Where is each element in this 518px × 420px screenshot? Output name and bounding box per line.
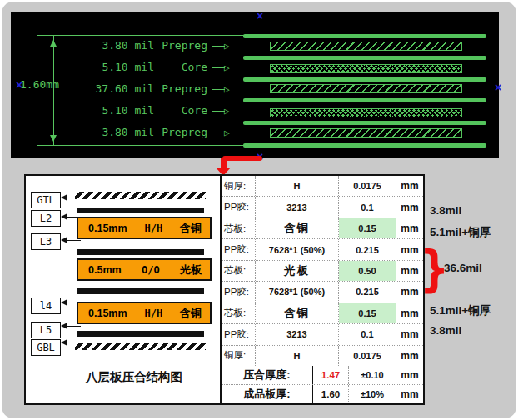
thickness-annotation: 3.8mil bbox=[430, 324, 461, 337]
up-arrow-icon bbox=[50, 37, 57, 47]
pcb-stackup-screenshot: 1.60mm 3.80 mil Prepreg ▷ 5.10 mil Core … bbox=[0, 0, 518, 420]
row-label: PP胶: bbox=[222, 197, 256, 217]
core-kind: 含铜 bbox=[180, 221, 202, 236]
right-arrow-icon: ▷ bbox=[224, 85, 230, 94]
row-material: 含铜 bbox=[256, 218, 339, 238]
table-row: PP胶: 3213 0.1 mm bbox=[222, 197, 423, 218]
table-row: 芯板: 光板 0.50 mm bbox=[222, 261, 423, 282]
summary-tolerance: ±0.10 bbox=[349, 366, 396, 384]
x-marker-icon: × bbox=[495, 81, 501, 94]
copper-layer-bar bbox=[243, 34, 486, 38]
layer-material: Prepreg bbox=[154, 126, 207, 139]
core-kind: 含铜 bbox=[180, 306, 202, 321]
row-unit: mm bbox=[396, 176, 423, 196]
layer-material: Prepreg bbox=[154, 82, 207, 96]
layer-thickness: 3.80 mil bbox=[76, 126, 154, 139]
row-thickness: 0.50 bbox=[339, 261, 396, 281]
row-material: 7628*1 (50%) bbox=[256, 239, 339, 259]
row-label: PP胶: bbox=[222, 282, 256, 302]
layer-thickness: 5.10 mil bbox=[76, 61, 154, 74]
core-board-box: 0.15mm H/H 含铜 bbox=[77, 302, 212, 324]
row-unit: mm bbox=[396, 324, 423, 344]
row-material: H bbox=[256, 176, 339, 196]
layer-material: Prepreg bbox=[154, 39, 207, 52]
summary-row: 压合厚度: 1.47 ±0.10 mm bbox=[222, 366, 423, 385]
copper-layer-bar bbox=[243, 56, 486, 60]
prepreg-layer-bar bbox=[270, 42, 462, 51]
layer-material: Core bbox=[154, 61, 207, 74]
layer-callout: 5.10 mil Core ▷ bbox=[76, 104, 230, 118]
bottom-solder-hatch bbox=[75, 342, 206, 350]
left-arrow-icon bbox=[57, 194, 67, 201]
core-copper-weight: H/H bbox=[144, 308, 162, 319]
copper-layer-bar bbox=[243, 121, 486, 125]
row-thickness: 0.1 bbox=[339, 197, 396, 217]
prepreg-layer-bar bbox=[270, 84, 462, 93]
dimension-line-bottom bbox=[37, 145, 246, 146]
layer-label-box: GTL bbox=[31, 192, 61, 208]
summary-row: 成品板厚: 1.60 ±10% mm bbox=[222, 385, 423, 403]
row-label: 芯板: bbox=[222, 303, 256, 323]
summary-tolerance: ±10% bbox=[349, 385, 396, 403]
arrow-line bbox=[212, 89, 225, 90]
table-row: 铜厚: H 0.0175 mm bbox=[222, 176, 423, 197]
dimension-line-top bbox=[37, 35, 246, 36]
cad-stackup-view: 1.60mm 3.80 mil Prepreg ▷ 5.10 mil Core … bbox=[11, 12, 499, 158]
row-material: 含铜 bbox=[256, 303, 339, 323]
summary-value: 1.60 bbox=[313, 385, 349, 403]
thickness-annotation: 3.8mil bbox=[430, 204, 461, 217]
table-row: PP胶: 3213 0.1 mm bbox=[222, 324, 423, 345]
left-arrow-icon bbox=[57, 299, 67, 306]
arrow-line bbox=[212, 68, 225, 68]
arrow-line bbox=[212, 111, 225, 112]
row-unit: mm bbox=[396, 197, 423, 217]
row-material: 7628*1 (50%) bbox=[256, 282, 339, 302]
copper-foil-bar bbox=[77, 249, 204, 255]
table-row: PP胶: 7628*1 (50%) 0.215 mm bbox=[222, 282, 423, 302]
left-arrow-icon bbox=[57, 339, 67, 346]
row-unit: mm bbox=[396, 346, 423, 366]
core-layer-bar bbox=[270, 108, 462, 118]
core-size: 0.15mm bbox=[88, 308, 127, 319]
thickness-annotation: 5.1mil+铜厚 bbox=[430, 225, 491, 240]
row-unit: mm bbox=[396, 218, 423, 238]
summary-label: 成品板厚: bbox=[222, 385, 313, 403]
top-solder-hatch bbox=[75, 192, 206, 199]
red-arrow-horizontal bbox=[222, 156, 262, 161]
core-board-box: 0.5mm O/O 光板 bbox=[77, 258, 212, 281]
thickness-annotation: 5.1mil+铜厚 bbox=[430, 303, 491, 318]
left-arrow-icon bbox=[57, 322, 67, 329]
right-arrow-icon: ▷ bbox=[224, 42, 230, 51]
layer-thickness: 37.60 mil bbox=[76, 82, 154, 96]
layer-callout: 37.60 mil Prepreg ▷ bbox=[76, 82, 230, 96]
row-thickness: 0.15 bbox=[339, 303, 396, 323]
layer-callout: 5.10 mil Core ▷ bbox=[76, 61, 230, 74]
core-board-box: 0.15mm H/H 含铜 bbox=[77, 217, 212, 239]
stackup-table: 铜厚: H 0.0175 mm PP胶: 3213 0.1 mm 芯板: 含铜 … bbox=[220, 176, 423, 403]
row-material: 光板 bbox=[256, 261, 339, 281]
diagram-caption: 八层板压合结构图 bbox=[51, 369, 217, 385]
row-label: PP胶: bbox=[222, 239, 256, 259]
layer-thickness: 3.80 mil bbox=[76, 39, 154, 52]
row-label: 芯板: bbox=[222, 218, 256, 238]
layer-callout: 3.80 mil Prepreg ▷ bbox=[76, 126, 230, 139]
layer-thickness: 5.10 mil bbox=[76, 104, 154, 118]
row-label: PP胶: bbox=[222, 324, 256, 344]
prepreg-layer-bar bbox=[270, 128, 462, 138]
layer-label-box: l4 bbox=[31, 298, 61, 314]
layer-label-box: L3 bbox=[31, 233, 61, 250]
row-thickness: 0.0175 bbox=[339, 346, 396, 366]
summary-unit: mm bbox=[396, 366, 423, 384]
row-material: 3213 bbox=[256, 197, 339, 217]
row-material: 3213 bbox=[256, 324, 339, 344]
table-row: PP胶: 7628*1 (50%) 0.215 mm bbox=[222, 239, 423, 260]
table-row: 芯板: 含铜 0.15 mm bbox=[222, 218, 423, 239]
row-thickness: 0.215 bbox=[339, 282, 396, 302]
copper-foil-bar bbox=[77, 208, 204, 213]
row-unit: mm bbox=[396, 303, 423, 323]
core-size: 0.5mm bbox=[88, 264, 122, 276]
arrow-line bbox=[212, 132, 225, 133]
row-thickness: 0.15 bbox=[339, 218, 396, 238]
row-thickness: 0.215 bbox=[339, 239, 396, 259]
total-thickness-label: 1.60mm bbox=[20, 78, 59, 91]
